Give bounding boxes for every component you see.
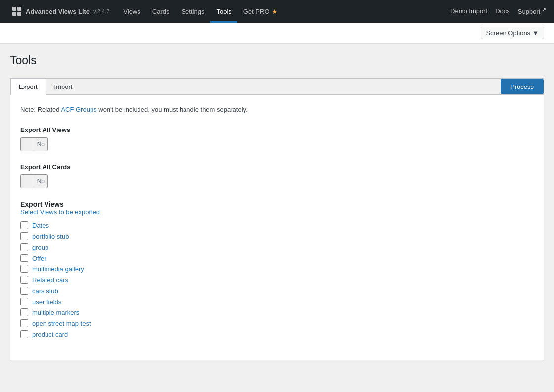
list-item: portfolio stub [20,232,534,240]
list-item: product card [20,330,534,338]
app-name: Advanced Views Lite [26,8,90,15]
page-title: Tools [10,53,544,68]
export-all-views-field: Export All Views No [20,126,534,151]
tab-export[interactable]: Export [10,79,46,95]
export-all-cards-label: Export All Cards [20,163,534,171]
nav-item-settings[interactable]: Settings [175,0,210,23]
toggle-no-label: No [34,138,47,151]
nav-support[interactable]: Support ↗ [518,7,546,15]
checkbox-related-cars[interactable] [20,276,28,284]
list-item: multimedia gallery [20,265,534,273]
checkbox-label-dates[interactable]: Dates [32,222,49,229]
checkbox-multimedia-gallery[interactable] [20,265,28,273]
nav-item-getpro[interactable]: Get PRO ★ [237,0,283,23]
checkbox-label-open-street-map-test[interactable]: open street map test [32,320,91,327]
nav-right-links: Demo Import Docs Support ↗ [450,7,546,15]
nav-item-views[interactable]: Views [117,0,146,23]
checkbox-dates[interactable] [20,221,28,229]
list-item: cars stub [20,287,534,295]
star-icon: ★ [272,8,277,15]
checkbox-label-cars-stub[interactable]: cars stub [32,287,58,295]
checkbox-label-multiple-markers[interactable]: multiple markers [32,309,79,316]
nav-docs[interactable]: Docs [495,7,510,15]
toggle-track-cards [21,175,34,188]
screen-options-button[interactable]: Screen Options ▼ [481,27,544,39]
list-item: open street map test [20,319,534,327]
export-all-cards-toggle[interactable]: No [20,174,48,188]
list-item: group [20,243,534,251]
checkbox-multiple-markers[interactable] [20,308,28,316]
main-nav-menu: Views Cards Settings Tools Get PRO ★ [117,0,283,23]
list-item: Dates [20,221,534,229]
svg-rect-3 [17,12,21,16]
checkbox-label-portfolio-stub[interactable]: portfolio stub [32,233,69,240]
process-button[interactable]: Process [501,79,544,94]
select-views-subtitle[interactable]: Select Views to be exported [20,208,534,216]
export-views-section: Export Views Select Views to be exported… [20,200,534,338]
nav-demo-import[interactable]: Demo Import [450,7,487,15]
nav-item-cards[interactable]: Cards [146,0,176,23]
checkbox-cars-stub[interactable] [20,287,28,295]
checkbox-label-multimedia-gallery[interactable]: multimedia gallery [32,265,84,273]
checkbox-label-offer[interactable]: Offer [32,255,46,262]
checkbox-portfolio-stub[interactable] [20,232,28,240]
checkbox-label-user-fields[interactable]: user fields [32,298,61,305]
checkbox-open-street-map-test[interactable] [20,319,28,327]
checkbox-label-product-card[interactable]: product card [32,331,68,338]
tab-bar: Export Import Process [10,78,544,94]
export-all-views-toggle-wrap: No [20,137,534,151]
views-checkbox-list: Datesportfolio stubgroupOffermultimedia … [20,221,534,338]
svg-rect-2 [12,12,16,16]
export-all-views-label: Export All Views [20,126,534,133]
top-navigation: Advanced Views Lite v.2.4.7 Views Cards … [0,0,554,23]
sub-header: Screen Options ▼ [0,23,554,44]
tab-import[interactable]: Import [46,79,81,95]
app-version: v.2.4.7 [93,8,109,14]
chevron-down-icon: ▼ [532,29,539,37]
list-item: user fields [20,298,534,305]
checkbox-group[interactable] [20,243,28,251]
list-item: multiple markers [20,308,534,316]
checkbox-label-group[interactable]: group [32,244,48,251]
list-item: Offer [20,254,534,262]
app-logo[interactable]: Advanced Views Lite v.2.4.7 [8,6,113,16]
toggle-no-label-cards: No [34,175,47,188]
export-all-cards-field: Export All Cards No [20,163,534,188]
checkbox-label-related-cars[interactable]: Related cars [32,276,68,284]
nav-item-tools[interactable]: Tools [210,0,237,23]
export-all-views-toggle[interactable]: No [20,137,48,151]
logo-icon [12,6,22,16]
svg-rect-0 [12,7,16,11]
checkbox-user-fields[interactable] [20,298,28,305]
note-text: Note: Related ACF Groups won't be includ… [20,105,534,115]
export-views-title: Export Views [20,200,64,208]
page-wrap: Tools Export Import Process Note: Relate… [0,44,554,370]
checkbox-offer[interactable] [20,254,28,262]
list-item: Related cars [20,276,534,284]
export-all-cards-toggle-wrap: No [20,174,534,188]
svg-rect-1 [17,7,21,11]
checkbox-product-card[interactable] [20,330,28,338]
toggle-track [21,138,34,151]
acf-groups-link[interactable]: ACF Groups [61,106,96,113]
content-area: Note: Related ACF Groups won't be includ… [10,94,544,361]
external-link-icon: ↗ [542,7,546,12]
